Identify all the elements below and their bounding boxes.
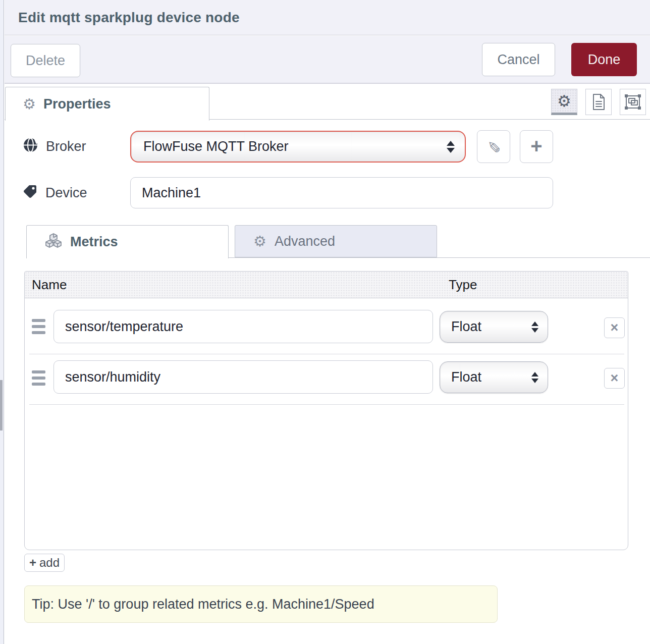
gear-icon: ⚙ xyxy=(253,234,266,249)
select-arrows-icon xyxy=(531,372,538,383)
tab-advanced[interactable]: ⚙ Advanced xyxy=(235,225,437,257)
tab-properties[interactable]: ⚙ Properties xyxy=(5,87,209,121)
delete-button[interactable]: Delete xyxy=(11,44,80,77)
dialog-header: Edit mqtt sparkplug device node xyxy=(5,0,650,35)
broker-select-value: FlowFuse MQTT Broker xyxy=(143,139,447,154)
gear-icon: ⚙ xyxy=(557,93,571,109)
metric-type-select[interactable]: Float xyxy=(440,361,548,393)
select-arrows-icon xyxy=(447,141,455,153)
broker-select[interactable]: FlowFuse MQTT Broker xyxy=(130,131,466,163)
appearance-icon xyxy=(624,93,642,111)
globe-icon xyxy=(23,137,38,156)
remove-metric-button[interactable]: × xyxy=(604,317,625,338)
remove-metric-button[interactable]: × xyxy=(604,368,625,389)
row-divider xyxy=(29,404,624,405)
metrics-list: Name Type Float × Float × xyxy=(24,271,628,550)
workspace-edge xyxy=(0,0,4,644)
dialog-title: Edit mqtt sparkplug device node xyxy=(18,10,240,26)
tab-advanced-label: Advanced xyxy=(275,234,335,249)
device-label: Device xyxy=(23,177,87,208)
done-button[interactable]: Done xyxy=(571,43,637,76)
workspace-scrollbar[interactable] xyxy=(0,380,3,431)
tag-icon xyxy=(23,184,38,202)
properties-view-button[interactable]: ⚙ xyxy=(551,89,577,115)
plus-icon: + xyxy=(29,557,36,569)
add-button-label: add xyxy=(39,556,60,570)
drag-handle[interactable] xyxy=(32,319,45,334)
appearance-view-button[interactable] xyxy=(620,89,646,115)
select-arrows-icon xyxy=(531,321,538,333)
column-type: Type xyxy=(449,272,477,298)
device-input[interactable] xyxy=(130,177,553,208)
metric-type-value: Float xyxy=(451,369,531,385)
drag-handle[interactable] xyxy=(32,370,45,386)
plus-icon: + xyxy=(530,136,542,156)
add-broker-button[interactable]: + xyxy=(520,130,553,163)
row-divider xyxy=(29,354,624,354)
metric-type-select[interactable]: Float xyxy=(440,311,548,343)
metric-type-value: Float xyxy=(451,319,531,335)
cubes-icon xyxy=(45,233,62,251)
close-icon: × xyxy=(611,320,619,336)
tab-metrics[interactable]: Metrics xyxy=(26,225,229,258)
column-name: Name xyxy=(32,272,67,298)
edit-broker-button[interactable]: ✎ xyxy=(477,130,510,163)
metric-name-input[interactable] xyxy=(53,310,433,343)
tip-text: Tip: Use '/' to group related metrics e.… xyxy=(32,597,374,612)
broker-label: Broker xyxy=(23,131,86,163)
document-icon xyxy=(590,93,607,111)
pencil-icon: ✎ xyxy=(484,140,503,153)
tip-box: Tip: Use '/' to group related metrics e.… xyxy=(24,585,498,623)
description-view-button[interactable] xyxy=(585,89,612,115)
cancel-button[interactable]: Cancel xyxy=(482,43,555,76)
metric-name-input[interactable] xyxy=(53,360,433,394)
tab-properties-label: Properties xyxy=(43,96,111,112)
tab-metrics-label: Metrics xyxy=(70,234,118,250)
metrics-list-header: Name Type xyxy=(25,272,628,298)
add-metric-button[interactable]: + add xyxy=(24,554,65,572)
gear-icon: ⚙ xyxy=(23,97,36,112)
device-label-text: Device xyxy=(45,185,87,201)
broker-label-text: Broker xyxy=(46,139,86,154)
close-icon: × xyxy=(611,370,619,386)
